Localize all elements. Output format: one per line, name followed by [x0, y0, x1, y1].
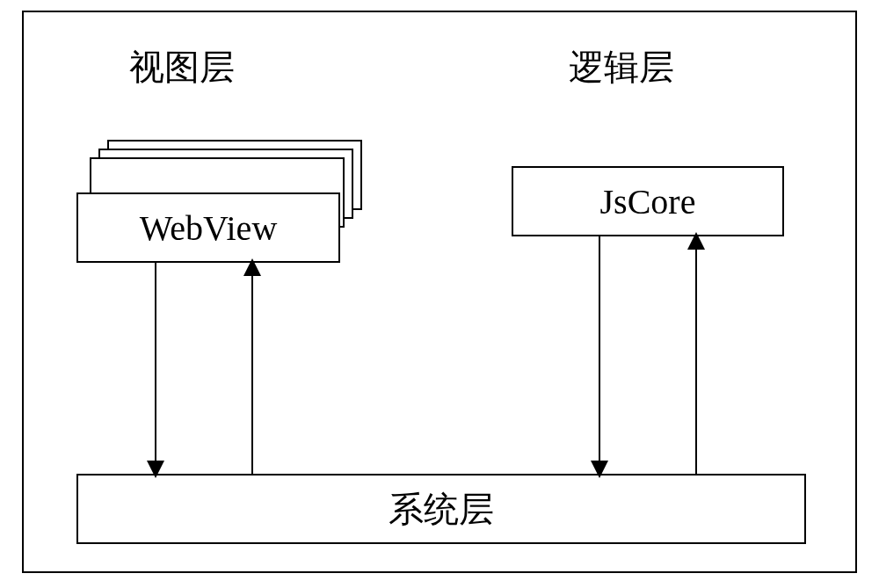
arrow-system-to-jscore — [687, 236, 705, 474]
outer-frame: 视图层 逻辑层 WebView JsCore 系统层 — [22, 11, 857, 573]
system-layer-box: 系统层 — [76, 474, 806, 544]
jscore-box: JsCore — [512, 166, 784, 236]
heading-view-layer: 视图层 — [129, 43, 235, 91]
heading-logic-layer: 逻辑层 — [569, 43, 674, 91]
arrow-system-to-webview — [243, 263, 261, 474]
arrow-webview-to-system — [147, 263, 164, 474]
webview-box: WebView — [76, 192, 340, 263]
arrow-jscore-to-system — [591, 236, 608, 474]
diagram-canvas: 视图层 逻辑层 WebView JsCore 系统层 — [0, 0, 879, 588]
